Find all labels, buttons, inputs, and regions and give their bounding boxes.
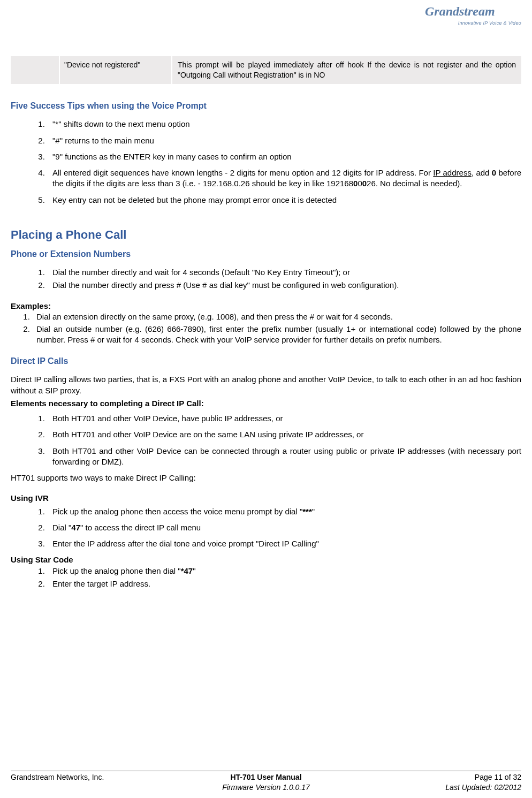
logo-tagline: Innovative IP Voice & Video — [425, 20, 521, 26]
star-item-1: Pick up the analog phone then dial "*47" — [47, 566, 521, 576]
footer-firmware: Firmware Version 1.0.0.17 — [222, 783, 310, 792]
elements-item-2: Both HT701 and other VoIP Device are on … — [47, 429, 521, 440]
dial-list: Dial the number directly and wait for 4 … — [11, 267, 521, 291]
footer: Grandstream Networks, Inc. HT-701 User M… — [11, 771, 521, 793]
examples-heading: Examples: — [11, 301, 521, 311]
ivr-list: Pick up the analog phone then access the… — [11, 506, 521, 550]
text: " — [312, 507, 315, 516]
footer-center: HT-701 User Manual Firmware Version 1.0.… — [181, 772, 351, 793]
bold-zero: 0 — [362, 179, 367, 188]
text: 26. No decimal is needed). — [367, 179, 462, 188]
dial-item-1: Dial the number directly and wait for 4 … — [47, 267, 521, 278]
ivr-item-3: Enter the IP address after the dial tone… — [47, 538, 521, 549]
star-item-2: Enter the target IP address. — [47, 579, 521, 589]
using-ivr-heading: Using IVR — [11, 493, 521, 504]
tips-item-2: "#" returns to the main menu — [47, 135, 521, 146]
footer-page: Page 11 of 32 — [475, 773, 521, 781]
text: " to access the direct IP call menu — [80, 523, 201, 532]
text: All entered digit sequences have known l… — [52, 168, 433, 177]
text: 0 — [358, 179, 362, 188]
tips-item-4: All entered digit sequences have known l… — [47, 168, 521, 189]
footer-updated: Last Updated: 02/2012 — [445, 783, 521, 792]
supports-text: HT701 supports two ways to make Direct I… — [11, 473, 521, 483]
table-prompt-desc: This prompt will be played immediately a… — [171, 56, 521, 84]
footer-manual-title: HT-701 User Manual — [230, 773, 301, 781]
bold-star47: *47 — [181, 566, 193, 575]
ip-address-underline: IP address — [433, 168, 472, 177]
footer-right: Page 11 of 32 Last Updated: 02/2012 — [351, 772, 521, 793]
prompt-table-row: "Device not registered" This prompt will… — [11, 56, 521, 84]
tips-item-5: Key entry can not be deleted but the pho… — [47, 195, 521, 206]
tips-item-1: "*" shifts down to the next menu option — [47, 119, 521, 130]
dial-item-2: Dial the number directly and press # (Us… — [47, 280, 521, 291]
footer-left: Grandstream Networks, Inc. — [11, 772, 181, 793]
elements-item-1: Both HT701 and other VoIP Device, have p… — [47, 413, 521, 424]
elements-heading: Elements necessary to completing a Direc… — [11, 398, 521, 409]
star-list: Pick up the analog phone then dial "*47"… — [11, 566, 521, 590]
logo: Grandstream Innovative IP Voice & Video — [425, 3, 521, 40]
example-item-1: Dial an extension directly on the same p… — [32, 311, 521, 322]
using-star-heading: Using Star Code — [11, 554, 521, 565]
text: Dial " — [52, 523, 71, 532]
phone-ext-heading: Phone or Extension Numbers — [11, 248, 521, 260]
text: Pick up the analog phone then dial " — [52, 566, 181, 575]
text: Pick up the analog phone then access the… — [52, 507, 302, 516]
elements-list: Both HT701 and other VoIP Device, have p… — [11, 413, 521, 467]
ivr-item-2: Dial "47" to access the direct IP call m… — [47, 522, 521, 533]
ivr-item-1: Pick up the analog phone then access the… — [47, 506, 521, 517]
bold-zero: 0 — [492, 168, 496, 177]
elements-item-3: Both HT701 and other VoIP Device can be … — [47, 446, 521, 468]
table-col-empty — [11, 56, 59, 84]
tips-heading: Five Success Tips when using the Voice P… — [11, 100, 521, 112]
page: Grandstream Innovative IP Voice & Video … — [0, 0, 532, 798]
bold-47: 47 — [71, 523, 80, 532]
table-prompt-label: "Device not registered" — [59, 56, 171, 84]
text: " — [193, 566, 195, 575]
example-item-2: Dial an outside number (e.g. (626) 666-7… — [32, 324, 521, 346]
placing-call-heading: Placing a Phone Call — [11, 227, 521, 243]
direct-ip-intro: Direct IP calling allows two parties, th… — [11, 374, 521, 396]
text: , add — [472, 168, 492, 177]
direct-ip-heading: Direct IP Calls — [11, 355, 521, 367]
examples-list: Dial an extension directly on the same p… — [11, 311, 521, 346]
bold-stars: *** — [302, 507, 312, 516]
tips-list: "*" shifts down to the next menu option … — [11, 119, 521, 206]
tips-item-3: "9" functions as the ENTER key in many c… — [47, 151, 521, 162]
logo-brand: Grandstream — [425, 3, 521, 20]
